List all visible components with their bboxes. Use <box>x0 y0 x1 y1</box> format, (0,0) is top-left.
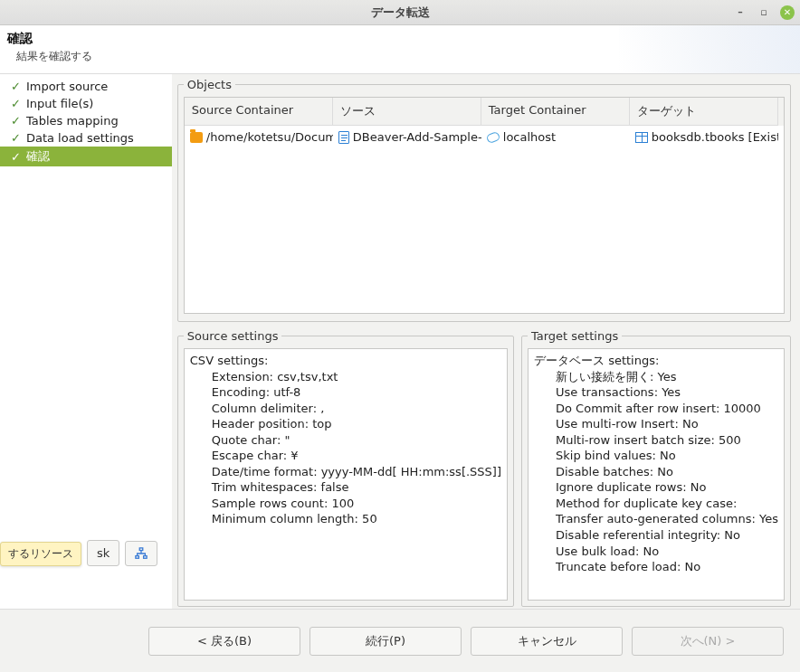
continue-button[interactable]: 続行(P) <box>310 627 462 656</box>
step-input-files[interactable]: ✓ Input file(s) <box>0 95 172 112</box>
source-settings-box[interactable]: CSV settings: Extension: csv,tsv,txt Enc… <box>184 348 508 601</box>
col-target-container[interactable]: Target Container <box>481 98 630 126</box>
next-button: 次へ(N) > <box>632 627 784 656</box>
step-label: Input file(s) <box>26 97 94 110</box>
cell-source-container: /home/kotetsu/Docum <box>185 126 333 148</box>
step-tables-mapping[interactable]: ✓ Tables mapping <box>0 112 172 129</box>
sk-button[interactable]: sk <box>87 540 119 566</box>
check-icon: ✓ <box>11 114 21 128</box>
objects-legend: Objects <box>184 78 235 91</box>
table-row[interactable]: /home/kotetsu/Docum DBeaver-Add-Sample- … <box>185 126 784 148</box>
col-target[interactable]: ターゲット <box>630 98 778 126</box>
check-icon: ✓ <box>11 150 21 164</box>
step-label: Tables mapping <box>26 114 119 128</box>
svg-rect-2 <box>144 556 148 559</box>
step-label: 確認 <box>26 148 50 165</box>
back-button[interactable]: < 戻る(B) <box>148 627 300 656</box>
step-label: Data load settings <box>26 131 134 145</box>
cell-source: DBeaver-Add-Sample- <box>333 126 481 148</box>
col-source[interactable]: ソース <box>333 98 481 126</box>
target-settings-group: Target settings データベース settings: 新しい接続を開… <box>521 329 791 607</box>
cell-target-container: localhost <box>481 126 630 148</box>
sitemap-button[interactable] <box>125 541 157 566</box>
check-icon: ✓ <box>11 80 21 93</box>
target-settings-legend: Target settings <box>528 329 622 343</box>
svg-rect-1 <box>136 556 139 559</box>
step-confirm[interactable]: ✓ 確認 <box>0 147 172 166</box>
objects-table-header: Source Container ソース Target Container ター… <box>185 98 784 126</box>
target-settings-box[interactable]: データベース settings: 新しい接続を開く: Yes Use trans… <box>528 348 785 601</box>
page-subtitle: 結果を確認する <box>7 49 789 64</box>
source-settings-title: CSV settings: <box>190 353 501 369</box>
cancel-button[interactable]: キャンセル <box>471 627 623 656</box>
source-settings-legend: Source settings <box>184 329 282 343</box>
target-settings-title: データベース settings: <box>534 353 778 369</box>
cell-target: booksdb.tbooks [Existin <box>630 126 778 148</box>
sitemap-icon <box>135 547 148 560</box>
objects-group: Objects Source Container ソース Target Cont… <box>177 78 791 322</box>
connection-icon <box>487 133 500 142</box>
source-settings-group: Source settings CSV settings: Extension:… <box>177 329 514 607</box>
col-source-container[interactable]: Source Container <box>185 98 333 126</box>
wizard-header: 確認 結果を確認する <box>0 25 800 74</box>
titlebar: データ転送 – ▫ ✕ <box>0 0 800 25</box>
svg-rect-0 <box>140 548 144 551</box>
folder-icon <box>190 132 203 143</box>
document-icon <box>338 131 349 144</box>
step-data-load-settings[interactable]: ✓ Data load settings <box>0 129 172 147</box>
check-icon: ✓ <box>11 131 21 145</box>
objects-table[interactable]: Source Container ソース Target Container ター… <box>184 97 785 314</box>
wizard-footer: < 戻る(B) 続行(P) キャンセル 次へ(N) > <box>0 609 800 672</box>
maximize-button[interactable]: ▫ <box>757 5 771 20</box>
table-icon <box>635 132 648 143</box>
step-label: Import source <box>26 80 108 93</box>
close-button[interactable]: ✕ <box>780 5 795 20</box>
wizard-steps-sidebar: ✓ Import source ✓ Input file(s) ✓ Tables… <box>0 74 172 612</box>
window-title: データ転送 <box>371 5 430 21</box>
page-title: 確認 <box>7 31 789 47</box>
resource-tooltip: するリソース <box>0 542 81 566</box>
step-import-source[interactable]: ✓ Import source <box>0 78 172 95</box>
minimize-button[interactable]: – <box>733 5 748 20</box>
check-icon: ✓ <box>11 97 21 110</box>
